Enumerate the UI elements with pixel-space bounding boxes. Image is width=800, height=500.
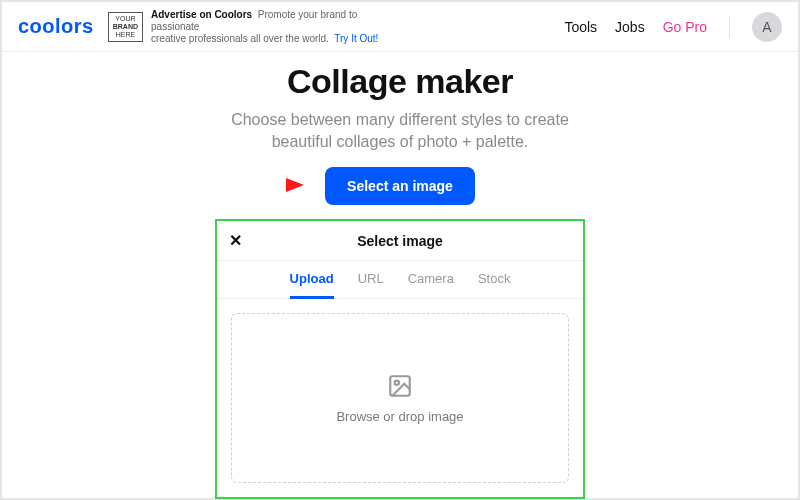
svg-point-3 [395, 380, 399, 384]
subtitle-line: beautiful collages of photo + palette. [272, 133, 529, 150]
ad-text: Advertise on Coolors Promote your brand … [151, 9, 401, 45]
nav-jobs[interactable]: Jobs [615, 19, 645, 35]
image-icon [387, 373, 413, 399]
hero: Collage maker Choose between many differ… [2, 52, 798, 205]
page-title: Collage maker [2, 62, 798, 101]
ad-badge-line: HERE [113, 31, 138, 39]
close-icon[interactable]: ✕ [229, 231, 242, 250]
ad-body: creative professionals all over the worl… [151, 33, 329, 44]
nav-divider [729, 16, 730, 38]
select-image-button[interactable]: Select an image [325, 167, 475, 205]
logo[interactable]: coolors [18, 15, 94, 38]
ad-title: Advertise on Coolors [151, 9, 252, 20]
upload-dropzone[interactable]: Browse or drop image [231, 313, 569, 483]
header: coolors YOUR BRAND HERE Advertise on Coo… [2, 2, 798, 52]
tab-camera[interactable]: Camera [408, 271, 454, 298]
annotation-arrow-icon [234, 175, 304, 195]
nav-go-pro[interactable]: Go Pro [663, 19, 707, 35]
nav: Tools Jobs Go Pro A [564, 12, 782, 42]
nav-tools[interactable]: Tools [564, 19, 597, 35]
svg-marker-1 [286, 178, 304, 192]
modal-title: Select image [217, 233, 583, 249]
tab-url[interactable]: URL [358, 271, 384, 298]
cta-row: Select an image [2, 167, 798, 205]
dropzone-label: Browse or drop image [336, 409, 463, 424]
app-frame: coolors YOUR BRAND HERE Advertise on Coo… [0, 0, 800, 500]
select-image-modal: ✕ Select image Upload URL Camera Stock B… [215, 219, 585, 499]
modal-header: ✕ Select image [217, 221, 583, 261]
tab-stock[interactable]: Stock [478, 271, 511, 298]
ad-badge: YOUR BRAND HERE [108, 12, 143, 42]
page-subtitle: Choose between many different styles to … [2, 109, 798, 153]
avatar[interactable]: A [752, 12, 782, 42]
ad-badge-line: YOUR [113, 15, 138, 23]
ad-block[interactable]: YOUR BRAND HERE Advertise on Coolors Pro… [108, 9, 401, 45]
tab-upload[interactable]: Upload [290, 271, 334, 299]
ad-badge-line: BRAND [113, 23, 138, 31]
subtitle-line: Choose between many different styles to … [231, 111, 569, 128]
modal-tabs: Upload URL Camera Stock [217, 261, 583, 299]
ad-cta-link[interactable]: Try It Out! [334, 33, 378, 44]
